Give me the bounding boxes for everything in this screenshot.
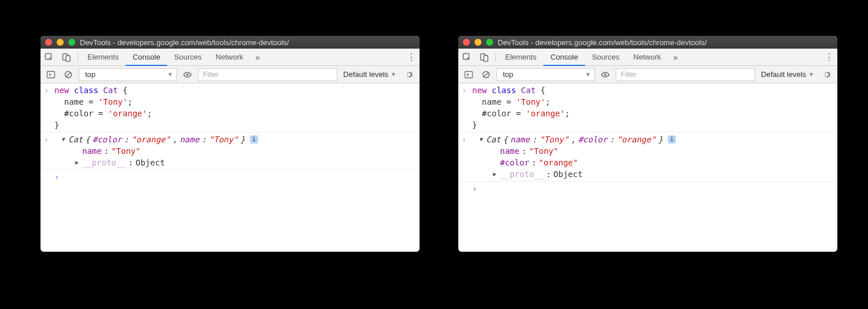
toggle-sidebar-icon[interactable] (462, 68, 476, 81)
svg-line-12 (484, 72, 488, 77)
panel-tabstrip: Elements Console Sources Network » ⋮ (458, 49, 837, 66)
log-levels-label: Default levels (761, 70, 806, 79)
clear-console-icon[interactable] (479, 68, 493, 81)
devtools-window: DevTools - developers.google.com/web/too… (41, 36, 420, 252)
window-titlebar: DevTools - developers.google.com/web/too… (41, 36, 420, 49)
console-input-code: new class Cat { name = 'Tony'; #color = … (54, 84, 417, 131)
window-maximize-button[interactable] (486, 39, 493, 46)
disclosure-triangle-icon[interactable]: ▶ (492, 168, 498, 180)
toggle-sidebar-icon[interactable] (44, 68, 58, 81)
prompt-in-icon: › (472, 184, 477, 193)
console-input-entry: ›new class Cat { name = 'Tony'; #color =… (41, 83, 420, 133)
console-output-entry: › ▼ Cat {#color: "orange", name: "Tony"}… (41, 133, 420, 170)
svg-rect-9 (484, 56, 488, 61)
context-select-value: top (503, 70, 513, 79)
object-property[interactable]: #color: "orange" (492, 157, 835, 168)
gear-icon[interactable] (820, 68, 834, 81)
inspect-element-icon[interactable] (41, 49, 58, 65)
device-toolbar-icon[interactable] (58, 49, 75, 65)
console-output-entry: › ▼ Cat {name: "Tony", #color: "orange"}… (458, 133, 837, 182)
chevron-down-icon: ▼ (808, 71, 814, 78)
context-select-value: top (85, 70, 95, 79)
console-body[interactable]: ›new class Cat { name = 'Tony'; #color =… (458, 83, 837, 252)
prompt-in-icon: › (44, 84, 49, 96)
window-minimize-button[interactable] (475, 39, 481, 46)
settings-menu-icon[interactable]: ⋮ (403, 49, 420, 65)
tab-sources[interactable]: Sources (167, 49, 209, 65)
window-titlebar: DevTools - developers.google.com/web/too… (458, 36, 837, 49)
context-select[interactable]: top ▼ (79, 68, 177, 81)
object-properties: name: "Tony"#color: "orange" ▶ __proto__… (478, 145, 835, 180)
chevron-down-icon: ▼ (585, 71, 591, 78)
context-select[interactable]: top ▼ (496, 68, 595, 81)
object-property[interactable]: name: "Tony" (74, 145, 417, 157)
info-icon[interactable]: i (250, 135, 258, 144)
log-levels-label: Default levels (343, 70, 388, 79)
gear-icon[interactable] (402, 68, 416, 81)
console-toolbar: top ▼ Default levels ▼ (458, 66, 837, 83)
prompt-out-icon: › (44, 134, 49, 145)
console-input-code: new class Cat { name = 'Tony'; #color = … (472, 84, 835, 131)
window-title: DevTools - developers.google.com/web/too… (80, 38, 289, 47)
log-levels-select[interactable]: Default levels ▼ (759, 68, 816, 81)
traffic-lights (45, 39, 75, 46)
chevron-down-icon: ▼ (391, 71, 396, 78)
disclosure-triangle-icon[interactable]: ▶ (74, 157, 80, 168)
tab-console[interactable]: Console (126, 49, 167, 65)
window-title: DevTools - developers.google.com/web/too… (498, 38, 707, 47)
prompt-out-icon: › (462, 134, 466, 145)
divider (495, 52, 496, 62)
console-prompt[interactable]: › (41, 170, 420, 183)
disclosure-triangle-icon[interactable]: ▼ (478, 134, 484, 145)
more-tabs-icon[interactable]: » (668, 49, 683, 65)
object-properties: name: "Tony" ▶ __proto__: Object (60, 145, 417, 168)
tab-elements[interactable]: Elements (80, 49, 126, 65)
tab-network[interactable]: Network (209, 49, 251, 65)
object-summary[interactable]: ▼ Cat {#color: "orange", name: "Tony"} i (60, 134, 417, 145)
console-prompt[interactable]: › (458, 182, 837, 194)
filter-input[interactable] (616, 68, 755, 81)
prompt-in-icon: › (54, 172, 59, 182)
live-expression-icon[interactable] (598, 68, 612, 81)
object-summary[interactable]: ▼ Cat {name: "Tony", #color: "orange"} i (478, 134, 835, 145)
panel-tabstrip: Elements Console Sources Network » ⋮ (41, 49, 420, 66)
tab-console[interactable]: Console (543, 49, 585, 65)
inspect-element-icon[interactable] (458, 49, 476, 65)
console-toolbar: top ▼ Default levels ▼ (41, 66, 420, 83)
svg-point-6 (186, 73, 189, 76)
info-icon[interactable]: i (668, 135, 676, 144)
settings-menu-icon[interactable]: ⋮ (821, 49, 837, 65)
svg-rect-2 (66, 56, 70, 61)
svg-line-5 (66, 72, 71, 77)
svg-point-13 (604, 73, 606, 76)
tab-elements[interactable]: Elements (498, 49, 543, 65)
object-proto[interactable]: ▶ __proto__: Object (492, 168, 835, 180)
filter-input[interactable] (198, 68, 337, 81)
tab-sources[interactable]: Sources (585, 49, 627, 65)
prompt-in-icon: › (462, 84, 466, 96)
console-input-entry: ›new class Cat { name = 'Tony'; #color =… (458, 83, 837, 133)
object-property[interactable]: name: "Tony" (492, 145, 835, 157)
object-proto[interactable]: ▶ __proto__: Object (74, 157, 417, 168)
clear-console-icon[interactable] (61, 68, 75, 81)
disclosure-triangle-icon[interactable]: ▼ (60, 134, 66, 145)
live-expression-icon[interactable] (181, 68, 194, 81)
tab-network[interactable]: Network (627, 49, 668, 65)
window-minimize-button[interactable] (57, 39, 64, 46)
window-maximize-button[interactable] (68, 39, 75, 46)
window-close-button[interactable] (45, 39, 52, 46)
window-close-button[interactable] (463, 39, 470, 46)
devtools-window: DevTools - developers.google.com/web/too… (458, 36, 837, 252)
more-tabs-icon[interactable]: » (250, 49, 265, 65)
log-levels-select[interactable]: Default levels ▼ (341, 68, 399, 81)
device-toolbar-icon[interactable] (476, 49, 493, 65)
console-body[interactable]: ›new class Cat { name = 'Tony'; #color =… (41, 83, 420, 252)
traffic-lights (463, 39, 493, 46)
divider (78, 52, 78, 62)
chevron-down-icon: ▼ (167, 71, 173, 78)
